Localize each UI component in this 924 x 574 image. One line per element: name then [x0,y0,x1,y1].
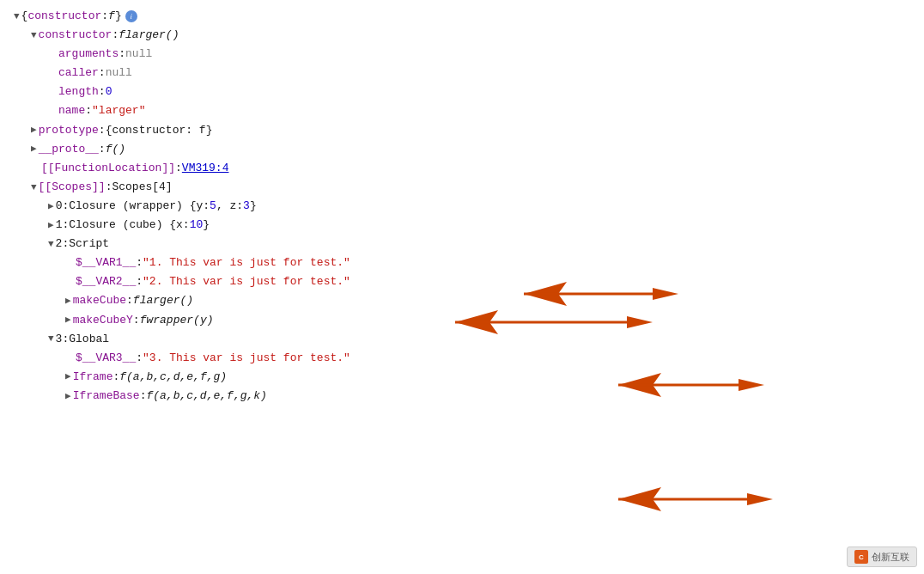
toggle-constructor[interactable] [31,27,37,44]
watermark-text: 创新互联 [872,551,909,564]
line-arguments: arguments: null [14,45,924,64]
line-makecubey: makeCubeY: f wrapper(y) [14,311,924,330]
toggle-makecube[interactable] [65,293,71,309]
line-scope-2: 2: Script [14,235,924,253]
line-root: {constructor: f}i [14,7,924,26]
line-proto: __proto__: f () [14,140,924,159]
toggle-scopes[interactable] [31,180,37,196]
line-iframebase: IframeBase: f (a,b,c,d,e,f,g,k) [14,387,924,406]
line-caller: caller: null [14,64,924,82]
toggle-makecubey[interactable] [65,312,71,328]
line-constructor: constructor: f larger() [14,26,924,45]
line-var1: $__VAR1__: "1. This var is just for test… [14,253,924,272]
line-var2: $__VAR2__: "2. This var is just for test… [14,272,924,291]
line-scopes: [[Scopes]]: Scopes[4] [14,178,924,197]
watermark-logo: C [854,550,868,564]
toggle-scope-1[interactable] [48,217,54,234]
line-prototype: prototype: {constructor: f} [14,121,924,140]
line-length: length: 0 [14,82,924,101]
line-scope-0: 0: Closure (wrapper) {y: 5, z: 3} [14,197,924,216]
toggle-iframe[interactable] [65,369,71,385]
line-makecube: makeCube: f larger() [14,291,924,310]
info-icon[interactable]: i [125,10,137,22]
line-iframe: Iframe: f (a,b,c,d,e,f,g) [14,368,924,387]
toggle-iframebase[interactable] [65,388,71,405]
toggle-prototype[interactable] [31,122,37,138]
devtools-panel: {constructor: f}iconstructor: f larger()… [0,0,924,574]
toggle-scope-3[interactable] [48,331,54,347]
toggle-proto[interactable] [31,141,37,157]
line-var3: $__VAR3__: "3. This var is just for test… [14,349,924,368]
line-scope-1: 1: Closure (cube) {x: 10} [14,216,924,235]
toggle-scope-2[interactable] [48,236,54,253]
line-name: name: "larger" [14,101,924,120]
toggle-root[interactable] [14,9,20,25]
toggle-scope-0[interactable] [48,198,54,215]
line-scope-3: 3: Global [14,330,924,349]
watermark: C 创新互联 [847,547,917,567]
line-function-location: [[FunctionLocation]]: VM319:4 [14,159,924,178]
